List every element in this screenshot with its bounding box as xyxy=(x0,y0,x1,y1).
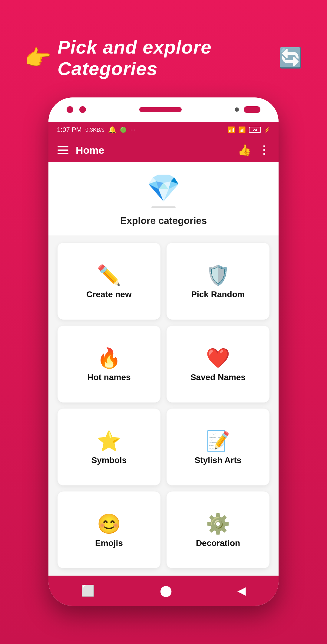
app-bar: Home 👍 ⋮ xyxy=(48,138,279,162)
saved-names-label: Saved Names xyxy=(190,373,246,382)
hamburger-menu-button[interactable] xyxy=(58,146,68,154)
hot-names-label: Hot names xyxy=(87,373,130,382)
divider-line xyxy=(151,206,176,208)
symbols-label: Symbols xyxy=(91,455,127,465)
bottom-nav: ⬜ ⬤ ◀ xyxy=(48,576,279,606)
decoration-icon: ⚙️ xyxy=(206,514,230,534)
sensor-dot xyxy=(235,107,239,112)
camera-dot-1 xyxy=(67,106,73,113)
charging-icon: ⚡ xyxy=(264,127,270,133)
category-card-stylish-arts[interactable]: 📝 Stylish Arts xyxy=(167,409,269,485)
create-new-icon: ✏️ xyxy=(97,265,121,285)
explore-title: Explore categories xyxy=(120,215,207,226)
status-bar: 1:07 PM 0.3KB/s 🔔 🟢 ··· 📶 📶 24 ⚡ xyxy=(48,122,279,138)
diamond-section: 💎 Explore categories xyxy=(48,162,279,235)
hot-names-icon: 🔥 xyxy=(97,348,121,368)
diamond-icon: 💎 xyxy=(147,174,180,202)
nav-back-button[interactable]: ◀ xyxy=(237,584,246,597)
stylish-arts-label: Stylish Arts xyxy=(195,455,242,465)
category-card-symbols[interactable]: ⭐ Symbols xyxy=(58,409,160,485)
stylish-arts-icon: 📝 xyxy=(206,431,230,451)
more-options-button[interactable]: ⋮ xyxy=(259,144,269,156)
emojis-label: Emojis xyxy=(95,538,123,548)
category-card-saved-names[interactable]: ❤️ Saved Names xyxy=(167,326,269,402)
category-card-emojis[interactable]: 😊 Emojis xyxy=(58,491,160,568)
signal-icon: 📶 xyxy=(238,126,246,133)
page-header: 👉 Pick and explore Categories 🔄 xyxy=(0,0,327,97)
app-title: Home xyxy=(76,144,104,156)
nav-square-button[interactable]: ⬜ xyxy=(81,584,95,597)
saved-names-icon: ❤️ xyxy=(206,348,230,368)
category-card-pick-random[interactable]: 🛡️ Pick Random xyxy=(167,243,269,320)
camera-dot-2 xyxy=(79,106,86,113)
phone-content: 💎 Explore categories ✏️ Create new 🛡️ Pi… xyxy=(48,162,279,576)
symbols-icon: ⭐ xyxy=(97,431,121,451)
like-button[interactable]: 👍 xyxy=(238,144,251,156)
notification-icon: 🔔 xyxy=(108,126,116,134)
header-emoji: 👉 xyxy=(24,45,51,71)
category-card-hot-names[interactable]: 🔥 Hot names xyxy=(58,326,160,402)
emojis-icon: 😊 xyxy=(97,514,121,534)
category-card-create-new[interactable]: ✏️ Create new xyxy=(58,243,160,320)
phone-speaker xyxy=(139,107,182,112)
wifi-icon: 📶 xyxy=(228,126,235,133)
nav-home-button[interactable]: ⬤ xyxy=(160,584,172,597)
refresh-emoji: 🔄 xyxy=(279,47,303,69)
decoration-label: Decoration xyxy=(196,538,240,548)
header-title: Pick and explore Categories xyxy=(58,36,272,79)
pick-random-label: Pick Random xyxy=(191,290,245,299)
phone-frame: 1:07 PM 0.3KB/s 🔔 🟢 ··· 📶 📶 24 ⚡ Home 👍 … xyxy=(48,97,279,606)
create-new-label: Create new xyxy=(86,290,131,299)
categories-grid: ✏️ Create new 🛡️ Pick Random 🔥 Hot names… xyxy=(48,235,279,576)
data-speed: 0.3KB/s xyxy=(85,127,104,133)
pick-random-icon: 🛡️ xyxy=(206,265,230,285)
active-dot: 🟢 xyxy=(120,126,127,133)
phone-top-hardware xyxy=(48,97,279,122)
battery-indicator: 24 xyxy=(249,127,261,133)
time-display: 1:07 PM xyxy=(57,126,82,134)
more-dots: ··· xyxy=(130,126,136,134)
category-card-decoration[interactable]: ⚙️ Decoration xyxy=(167,491,269,568)
pill-btn xyxy=(244,106,260,113)
